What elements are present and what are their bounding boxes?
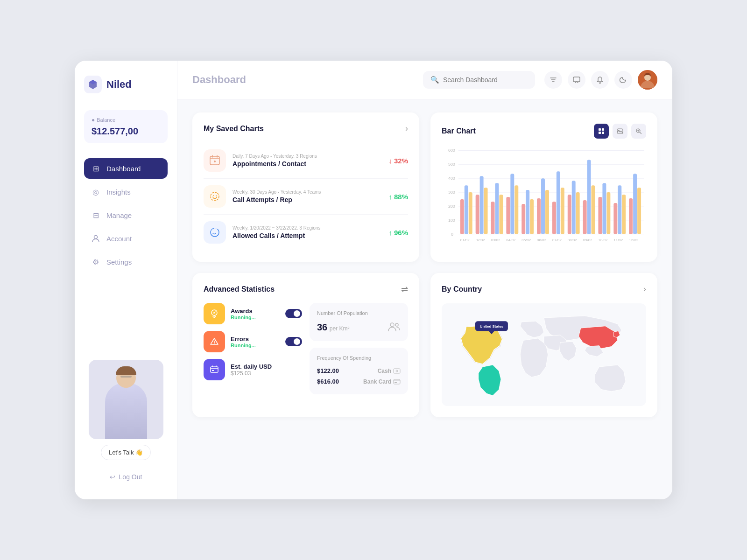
user-avatar[interactable]: [638, 70, 657, 90]
sidebar-item-dashboard[interactable]: ⊞ Dashboard: [84, 158, 168, 179]
content-grid: My Saved Charts › Daily. 7 Days: [177, 99, 672, 430]
filter-button[interactable]: [544, 71, 562, 89]
saved-charts-header: My Saved Charts ›: [204, 124, 408, 133]
chart-item: Weekly. 1/20/2022 ~ 3/22/2022. 3 Regions…: [204, 215, 408, 250]
svg-text:02/02: 02/02: [476, 238, 485, 242]
svg-rect-80: [211, 367, 218, 372]
svg-text:200: 200: [448, 204, 455, 209]
sidebar-item-manage[interactable]: ⊟ Manage: [84, 205, 168, 225]
svg-rect-38: [499, 195, 503, 234]
svg-rect-50: [561, 188, 564, 234]
advanced-stats-card: Advanced Statistics ⇌: [192, 273, 419, 417]
topbar: Dashboard 🔍: [177, 61, 672, 99]
notification-button[interactable]: [591, 71, 609, 89]
up-arrow-icon2: ↑: [388, 229, 392, 237]
svg-rect-81: [212, 370, 214, 371]
bar-ctrl-grid[interactable]: [594, 124, 609, 139]
svg-rect-65: [637, 188, 641, 234]
svg-rect-49: [557, 171, 560, 234]
svg-rect-33: [476, 195, 479, 234]
svg-rect-32: [469, 192, 472, 234]
search-icon: 🔍: [430, 76, 439, 84]
svg-rect-59: [606, 192, 610, 234]
population-label: Number Of Population: [317, 310, 401, 316]
bar-chart-area: 600 500 400 300 200 100 0: [442, 148, 646, 251]
bar-chart-title: Bar Chart: [442, 127, 476, 135]
svg-rect-61: [618, 185, 621, 234]
spending-card: Frequency Of Spending $122.00 Cash: [310, 348, 408, 394]
nav-menu: ⊞ Dashboard ◎ Insights ⊟ Manage Account: [84, 158, 168, 272]
svg-rect-12: [602, 132, 604, 134]
svg-text:100: 100: [448, 218, 455, 223]
card-amount: $616.00: [317, 378, 339, 385]
svg-rect-86: [394, 379, 400, 384]
chart-item: Weekly. 30 Days Ago - Yesterday. 4 Teams…: [204, 179, 408, 215]
svg-rect-52: [572, 181, 576, 234]
message-button[interactable]: [568, 71, 585, 89]
svg-rect-36: [491, 202, 495, 234]
svg-rect-10: [602, 128, 604, 131]
spending-row-cash: $122.00 Cash: [317, 365, 401, 376]
errors-icon: [204, 331, 225, 352]
saved-charts-card: My Saved Charts › Daily. 7 Days: [192, 112, 419, 262]
saved-charts-title: My Saved Charts: [204, 125, 264, 133]
sidebar-item-label: Settings: [106, 258, 132, 266]
logout-icon: ↩: [110, 473, 115, 481]
daily-usd-name: Est. daily USD: [231, 363, 302, 370]
allowed-calls-icon: [204, 221, 226, 244]
by-country-expand[interactable]: ›: [643, 284, 646, 294]
spending-row-card: $616.00 Bank Card: [317, 376, 401, 387]
bar-ctrl-image[interactable]: [613, 124, 627, 139]
map-area: United States: [442, 303, 646, 406]
card-label: Bank Card: [363, 378, 401, 385]
svg-text:08/02: 08/02: [568, 238, 577, 242]
daily-usd-info: Est. daily USD $125.03: [231, 363, 302, 377]
errors-name: Errors: [231, 336, 280, 343]
svg-rect-11: [599, 132, 601, 134]
svg-rect-47: [545, 190, 549, 234]
svg-text:0: 0: [451, 232, 453, 237]
svg-rect-34: [480, 176, 484, 234]
sidebar-item-account[interactable]: Account: [84, 228, 168, 249]
call-attempts-meta: Weekly. 30 Days Ago - Yesterday. 4 Teams: [233, 189, 382, 195]
cash-label: Cash: [378, 368, 401, 374]
up-arrow-icon: ↑: [388, 193, 392, 201]
saved-charts-expand[interactable]: ›: [405, 124, 408, 133]
world-map-svg: United States: [442, 303, 646, 406]
dashboard-icon: ⊞: [91, 163, 101, 174]
sidebar-item-insights[interactable]: ◎ Insights: [84, 182, 168, 202]
theme-button[interactable]: [614, 71, 632, 89]
allowed-calls-info: Weekly. 1/20/2022 ~ 3/22/2022. 3 Regions…: [233, 225, 382, 239]
avatar-body: [105, 383, 147, 439]
search-box[interactable]: 🔍: [423, 71, 535, 89]
awards-toggle[interactable]: [285, 309, 302, 318]
sidebar-item-settings[interactable]: ⚙ Settings: [84, 252, 168, 272]
svg-rect-42: [521, 204, 525, 234]
svg-text:United States: United States: [480, 324, 504, 329]
bar-ctrl-zoom[interactable]: [631, 124, 646, 139]
logout-button[interactable]: ↩ Log Out: [103, 469, 149, 484]
advanced-stats-filter[interactable]: ⇌: [401, 284, 408, 294]
svg-rect-87: [395, 382, 397, 383]
svg-rect-1: [573, 77, 580, 82]
svg-text:05/02: 05/02: [521, 238, 531, 242]
lets-talk-label: Let's Talk 👋: [109, 449, 143, 456]
svg-rect-58: [602, 183, 606, 234]
logo-icon: [84, 76, 102, 93]
svg-point-5: [214, 161, 216, 162]
sidebar-item-label: Dashboard: [106, 165, 141, 173]
svg-rect-41: [514, 185, 518, 234]
sidebar-item-label: Insights: [106, 188, 131, 196]
svg-point-6: [211, 192, 219, 201]
bar-chart-svg: 600 500 400 300 200 100 0: [442, 148, 646, 251]
settings-icon: ⚙: [91, 257, 101, 267]
search-input[interactable]: [443, 76, 528, 84]
adv-items: Awards Running...: [204, 303, 302, 394]
svg-point-7: [211, 228, 219, 237]
awards-status: Running...: [231, 315, 280, 320]
svg-rect-48: [552, 202, 556, 234]
lets-talk-button[interactable]: Let's Talk 👋: [101, 445, 151, 460]
errors-toggle[interactable]: [285, 337, 302, 346]
svg-point-82: [390, 323, 394, 327]
allowed-calls-meta: Weekly. 1/20/2022 ~ 3/22/2022. 3 Regions: [233, 225, 382, 231]
